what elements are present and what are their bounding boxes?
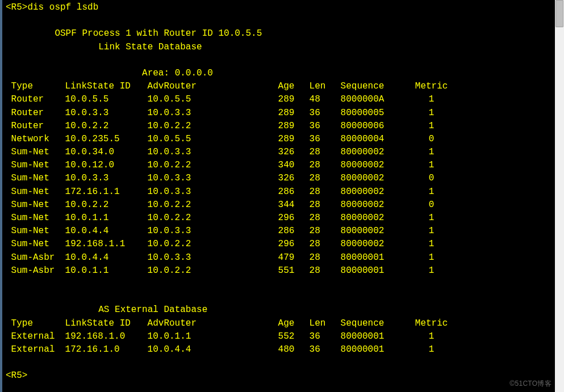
cell-age: 296 bbox=[278, 238, 310, 251]
cell-sequence: 80000002 bbox=[341, 186, 415, 199]
blank-line bbox=[6, 277, 554, 290]
cell-metric: 1 bbox=[415, 93, 449, 106]
cell-linkstate-id: 10.0.1.1 bbox=[65, 264, 148, 277]
hdr-age: Age bbox=[278, 317, 310, 330]
cell-linkstate-id: 10.0.3.3 bbox=[65, 107, 148, 120]
table-row: Router10.0.2.210.0.2.228936800000061 bbox=[6, 120, 554, 133]
blank-line bbox=[6, 356, 554, 369]
ext-db-title: AS External Database bbox=[6, 304, 554, 317]
cell-sequence: 80000001 bbox=[341, 264, 415, 277]
cell-age: 289 bbox=[278, 93, 310, 106]
hdr-sequence: Sequence bbox=[341, 80, 415, 93]
cell-linkstate-id: 10.0.5.5 bbox=[65, 93, 148, 106]
cell-linkstate-id: 172.16.1.1 bbox=[65, 186, 148, 199]
cell-len: 28 bbox=[310, 238, 341, 251]
cell-linkstate-id: 10.0.12.0 bbox=[65, 159, 148, 172]
hdr-type: Type bbox=[11, 317, 65, 330]
table-row: External172.16.1.010.0.4.448036800000011 bbox=[6, 343, 554, 356]
cell-advrouter: 10.0.1.1 bbox=[148, 330, 278, 343]
hdr-type: Type bbox=[11, 80, 65, 93]
table-row: Sum-Asbr10.0.1.110.0.2.255128800000011 bbox=[6, 264, 554, 277]
hdr-len: Len bbox=[310, 317, 341, 330]
cell-metric: 1 bbox=[415, 264, 449, 277]
watermark-text: ©51CTO博客 bbox=[509, 379, 552, 389]
cell-sequence: 80000005 bbox=[341, 107, 415, 120]
table-row: Sum-Net10.0.3.310.0.3.332628800000020 bbox=[6, 172, 554, 185]
prompt-line-2: <R5> bbox=[6, 369, 554, 382]
cell-advrouter: 10.0.5.5 bbox=[148, 133, 278, 146]
cell-type: Network bbox=[11, 133, 65, 146]
cell-type: External bbox=[11, 343, 65, 356]
hdr-linkstate: LinkState ID bbox=[65, 80, 148, 93]
cell-age: 289 bbox=[278, 133, 310, 146]
cell-linkstate-id: 10.0.1.1 bbox=[65, 212, 148, 225]
cell-age: 296 bbox=[278, 212, 310, 225]
table-row: Sum-Net172.16.1.110.0.3.328628800000021 bbox=[6, 186, 554, 199]
cell-age: 551 bbox=[278, 264, 310, 277]
terminal-output: <R5>dis ospf lsdb OSPF Process 1 with Ro… bbox=[2, 1, 564, 382]
cell-linkstate-id: 10.0.2.2 bbox=[65, 120, 148, 133]
cell-type: Sum-Net bbox=[11, 146, 65, 159]
hdr-sequence: Sequence bbox=[341, 317, 415, 330]
terminal-window[interactable]: <R5>dis ospf lsdb OSPF Process 1 with Ro… bbox=[0, 0, 564, 392]
vertical-scrollbar[interactable] bbox=[555, 0, 564, 392]
cell-type: External bbox=[11, 330, 65, 343]
cell-advrouter: 10.0.3.3 bbox=[148, 172, 278, 185]
cell-metric: 1 bbox=[415, 159, 449, 172]
cell-advrouter: 10.0.2.2 bbox=[148, 238, 278, 251]
cell-type: Sum-Net bbox=[11, 225, 65, 238]
cell-age: 344 bbox=[278, 199, 310, 212]
cell-age: 340 bbox=[278, 159, 310, 172]
header-row-external: TypeLinkState IDAdvRouterAgeLenSequenceM… bbox=[6, 317, 554, 330]
cell-advrouter: 10.0.2.2 bbox=[148, 120, 278, 133]
cell-advrouter: 10.0.3.3 bbox=[148, 146, 278, 159]
cell-metric: 1 bbox=[415, 251, 449, 264]
cell-type: Sum-Asbr bbox=[11, 251, 65, 264]
cell-metric: 0 bbox=[415, 172, 449, 185]
cell-metric: 1 bbox=[415, 120, 449, 133]
cell-len: 28 bbox=[310, 186, 341, 199]
area-line: Area: 0.0.0.0 bbox=[6, 67, 554, 80]
cell-advrouter: 10.0.2.2 bbox=[148, 199, 278, 212]
cell-linkstate-id: 172.16.1.0 bbox=[65, 343, 148, 356]
table-row: Sum-Asbr10.0.4.410.0.3.347928800000011 bbox=[6, 251, 554, 264]
hdr-linkstate: LinkState ID bbox=[65, 317, 148, 330]
cell-type: Sum-Net bbox=[11, 199, 65, 212]
table-row: Sum-Net192.168.1.110.0.2.229628800000021 bbox=[6, 238, 554, 251]
prompt-line-1: <R5>dis ospf lsdb bbox=[6, 1, 554, 14]
cell-type: Router bbox=[11, 120, 65, 133]
cell-metric: 1 bbox=[415, 238, 449, 251]
cell-len: 28 bbox=[310, 225, 341, 238]
cell-linkstate-id: 10.0.4.4 bbox=[65, 225, 148, 238]
cell-len: 36 bbox=[310, 133, 341, 146]
cell-linkstate-id: 192.168.1.0 bbox=[65, 330, 148, 343]
cell-advrouter: 10.0.3.3 bbox=[148, 251, 278, 264]
cell-metric: 1 bbox=[415, 225, 449, 238]
hdr-advrouter: AdvRouter bbox=[148, 80, 278, 93]
cell-sequence: 80000001 bbox=[341, 330, 415, 343]
cell-metric: 1 bbox=[415, 343, 449, 356]
table-row: Sum-Net10.0.34.010.0.3.332628800000021 bbox=[6, 146, 554, 159]
cell-len: 28 bbox=[310, 264, 341, 277]
cell-sequence: 80000002 bbox=[341, 199, 415, 212]
cell-len: 28 bbox=[310, 146, 341, 159]
cell-type: Sum-Net bbox=[11, 159, 65, 172]
hdr-metric: Metric bbox=[415, 80, 449, 93]
cell-age: 480 bbox=[278, 343, 310, 356]
cell-metric: 0 bbox=[415, 133, 449, 146]
cell-linkstate-id: 10.0.2.2 bbox=[65, 199, 148, 212]
cell-age: 326 bbox=[278, 172, 310, 185]
cell-linkstate-id: 10.0.235.5 bbox=[65, 133, 148, 146]
cell-len: 36 bbox=[310, 120, 341, 133]
scrollbar-thumb[interactable] bbox=[555, 0, 563, 27]
cell-metric: 1 bbox=[415, 186, 449, 199]
cell-len: 28 bbox=[310, 172, 341, 185]
cell-advrouter: 10.0.3.3 bbox=[148, 107, 278, 120]
cell-type: Sum-Asbr bbox=[11, 264, 65, 277]
table-row: Router10.0.5.510.0.5.5289488000000A1 bbox=[6, 93, 554, 106]
cell-age: 286 bbox=[278, 186, 310, 199]
cell-len: 28 bbox=[310, 212, 341, 225]
cell-sequence: 80000002 bbox=[341, 238, 415, 251]
cell-sequence: 80000002 bbox=[341, 212, 415, 225]
table-row: Sum-Net10.0.2.210.0.2.234428800000020 bbox=[6, 199, 554, 212]
